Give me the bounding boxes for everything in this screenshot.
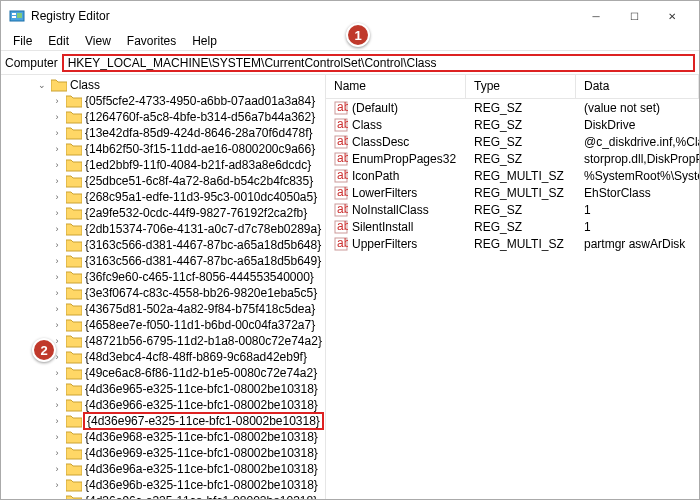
tree-item[interactable]: ›{43675d81-502a-4a82-9f84-b75f418c5dea} [1,301,325,317]
chevron-right-icon[interactable]: › [51,416,63,426]
string-value-icon: ab [334,186,348,200]
tree-item-label: {4d36e96b-e325-11ce-bfc1-08002be10318} [85,478,318,492]
tree-item-label: {268c95a1-edfe-11d3-95c3-0010dc4050a5} [85,190,317,204]
tree-item[interactable]: ›{25dbce51-6c8f-4a72-8a6d-b54c2b4fc835} [1,173,325,189]
tree-item[interactable]: ›{4d36e96b-e325-11ce-bfc1-08002be10318} [1,477,325,493]
string-value-icon: ab [334,203,348,217]
tree-item-label: {4d36e965-e325-11ce-bfc1-08002be10318} [85,382,318,396]
list-pane[interactable]: Name Type Data ab(Default)REG_SZ(value n… [326,75,699,499]
chevron-right-icon[interactable]: › [51,208,63,218]
list-row[interactable]: abUpperFiltersREG_MULTI_SZpartmgr aswArD… [326,235,699,252]
tree-item-label: {4d36e96c-e325-11ce-bfc1-08002be10318} [85,494,317,499]
list-row[interactable]: abSilentInstallREG_SZ1 [326,218,699,235]
list-row[interactable]: abClassDescREG_SZ@c_diskdrive.inf,%Class… [326,133,699,150]
chevron-right-icon[interactable]: › [51,432,63,442]
chevron-right-icon[interactable]: › [51,192,63,202]
tree-item[interactable]: ›{3e3f0674-c83c-4558-bb26-9820e1eba5c5} [1,285,325,301]
col-header-data[interactable]: Data [576,75,699,98]
menu-file[interactable]: File [5,32,40,50]
list-row[interactable]: abIconPathREG_MULTI_SZ%SystemRoot%\Syste… [326,167,699,184]
tree-item[interactable]: ›{4d36e968-e325-11ce-bfc1-08002be10318} [1,429,325,445]
chevron-right-icon[interactable]: › [51,176,63,186]
svg-rect-2 [12,16,16,18]
svg-text:ab: ab [337,169,348,182]
tree-item[interactable]: ›{4d36e969-e325-11ce-bfc1-08002be10318} [1,445,325,461]
tree-item[interactable]: ›{2a9fe532-0cdc-44f9-9827-76192f2ca2fb} [1,205,325,221]
tree-item[interactable]: ›{1ed2bbf9-11f0-4084-b21f-ad83a8e6dcdc} [1,157,325,173]
tree-item[interactable]: ›{4d36e96c-e325-11ce-bfc1-08002be10318} [1,493,325,499]
chevron-right-icon[interactable]: › [51,448,63,458]
window-controls: ─ ☐ ✕ [577,2,691,30]
tree-item-label: {1ed2bbf9-11f0-4084-b21f-ad83a8e6dcdc} [85,158,311,172]
tree-parent-class[interactable]: ⌄ Class [1,77,325,93]
maximize-button[interactable]: ☐ [615,2,653,30]
chevron-right-icon[interactable]: › [51,304,63,314]
menu-help[interactable]: Help [184,32,225,50]
folder-icon [66,238,82,252]
tree-item[interactable]: ›{4d36e966-e325-11ce-bfc1-08002be10318} [1,397,325,413]
tree-item[interactable]: ›{13e42dfa-85d9-424d-8646-28a70f6d478f} [1,125,325,141]
chevron-right-icon[interactable]: › [51,464,63,474]
value-data: storprop.dll,DiskPropPageProvi [576,152,699,166]
folder-icon [66,190,82,204]
folder-icon [66,142,82,156]
chevron-right-icon[interactable]: › [51,288,63,298]
tree-item[interactable]: ›{2db15374-706e-4131-a0c7-d7c78eb0289a} [1,221,325,237]
folder-icon [66,494,82,499]
list-row[interactable]: abEnumPropPages32REG_SZstorprop.dll,Disk… [326,150,699,167]
chevron-right-icon[interactable]: › [51,368,63,378]
tree-item[interactable]: ›{14b62f50-3f15-11dd-ae16-0800200c9a66} [1,141,325,157]
chevron-right-icon[interactable]: › [51,96,63,106]
folder-icon [66,110,82,124]
folder-icon [66,318,82,332]
chevron-right-icon[interactable]: › [51,240,63,250]
value-name: LowerFilters [352,186,417,200]
chevron-right-icon[interactable]: › [51,496,63,499]
value-type: REG_MULTI_SZ [466,169,576,183]
value-data: 1 [576,203,699,217]
list-row[interactable]: abLowerFiltersREG_MULTI_SZEhStorClass [326,184,699,201]
folder-icon [66,254,82,268]
tree-item[interactable]: ›{4d36e96a-e325-11ce-bfc1-08002be10318} [1,461,325,477]
folder-icon [66,174,82,188]
tree-item[interactable]: ›{3163c566-d381-4467-87bc-a65a18d5b649} [1,253,325,269]
tree-item[interactable]: ›{36fc9e60-c465-11cf-8056-444553540000} [1,269,325,285]
annotation-badge-1: 1 [346,23,370,47]
col-header-type[interactable]: Type [466,75,576,98]
list-row[interactable]: ab(Default)REG_SZ(value not set) [326,99,699,116]
chevron-down-icon[interactable]: ⌄ [36,80,48,90]
tree-pane[interactable]: ⌄ Class ›{05f5cfe2-4733-4950-a6bb-07aad0… [1,75,326,499]
chevron-right-icon[interactable]: › [51,400,63,410]
address-input[interactable]: HKEY_LOCAL_MACHINE\SYSTEM\CurrentControl… [62,54,695,72]
value-name: ClassDesc [352,135,409,149]
tree-item[interactable]: ›{268c95a1-edfe-11d3-95c3-0010dc4050a5} [1,189,325,205]
tree-item[interactable]: ›{4d36e967-e325-11ce-bfc1-08002be10318} [1,413,325,429]
tree-item[interactable]: ›{1264760f-a5c8-4bfe-b314-d56a7b44a362} [1,109,325,125]
tree-item[interactable]: ›{49ce6ac8-6f86-11d2-b1e5-0080c72e74a2} [1,365,325,381]
menu-view[interactable]: View [77,32,119,50]
list-row[interactable]: abClassREG_SZDiskDrive [326,116,699,133]
chevron-right-icon[interactable]: › [51,480,63,490]
tree-item-label: {14b62f50-3f15-11dd-ae16-0800200c9a66} [85,142,315,156]
annotation-badge-2: 2 [32,338,56,362]
chevron-right-icon[interactable]: › [51,320,63,330]
col-header-name[interactable]: Name [326,75,466,98]
chevron-right-icon[interactable]: › [51,160,63,170]
close-button[interactable]: ✕ [653,2,691,30]
value-data: %SystemRoot%\System32\setu [576,169,699,183]
tree-item[interactable]: ›{4d36e965-e325-11ce-bfc1-08002be10318} [1,381,325,397]
minimize-button[interactable]: ─ [577,2,615,30]
chevron-right-icon[interactable]: › [51,272,63,282]
chevron-right-icon[interactable]: › [51,256,63,266]
chevron-right-icon[interactable]: › [51,112,63,122]
menu-favorites[interactable]: Favorites [119,32,184,50]
chevron-right-icon[interactable]: › [51,384,63,394]
tree-item[interactable]: ›{05f5cfe2-4733-4950-a6bb-07aad01a3a84} [1,93,325,109]
tree-item[interactable]: ›{4658ee7e-f050-11d1-b6bd-00c04fa372a7} [1,317,325,333]
tree-item[interactable]: ›{3163c566-d381-4467-87bc-a65a18d5b648} [1,237,325,253]
chevron-right-icon[interactable]: › [51,128,63,138]
chevron-right-icon[interactable]: › [51,144,63,154]
chevron-right-icon[interactable]: › [51,224,63,234]
menu-edit[interactable]: Edit [40,32,77,50]
list-row[interactable]: abNoInstallClassREG_SZ1 [326,201,699,218]
